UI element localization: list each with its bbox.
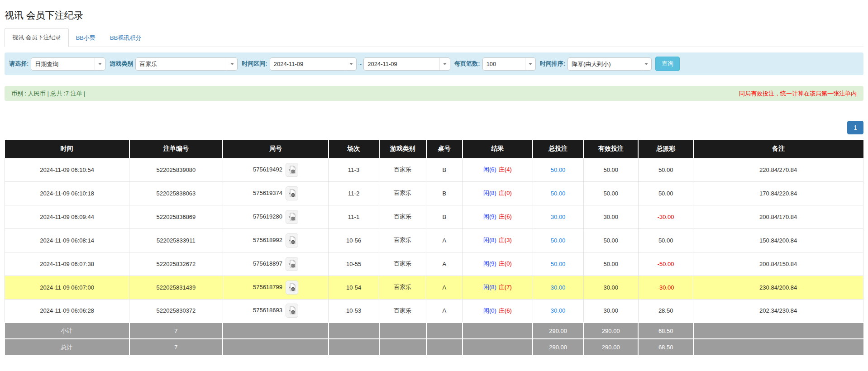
total-bet-link[interactable]: 30.00: [551, 284, 566, 291]
video-file-icon: [288, 213, 296, 221]
cell-payout: 28.50: [638, 299, 693, 323]
video-replay-button[interactable]: [286, 233, 298, 247]
cell-valid-bet: 30.00: [583, 205, 638, 228]
col-header-remark: 备注: [693, 140, 863, 158]
cell-total-bet: 50.00: [533, 181, 583, 205]
footer-cell-round-id: [223, 339, 328, 355]
query-type-select[interactable]: 日期查询: [31, 57, 105, 71]
result-player: 闲(8): [483, 190, 496, 196]
total-bet-link[interactable]: 30.00: [551, 214, 566, 220]
round-id-text: 575619374: [253, 189, 282, 196]
game-type-select[interactable]: 百家乐: [135, 57, 238, 71]
result-player: 闲(9): [483, 260, 496, 267]
footer-cell-payout: 68.50: [638, 339, 693, 355]
cell-session: 10-53: [329, 299, 379, 323]
query-type-value: 日期查询: [31, 58, 95, 70]
cell-result: 闲(0)庄(6): [463, 299, 533, 323]
cell-session: 11-2: [329, 181, 379, 205]
date-to-picker[interactable]: 2024-11-09: [363, 57, 450, 71]
footer-cell-bet-id: 7: [129, 323, 223, 339]
footer-cell-total-bet: 290.00: [533, 339, 583, 355]
footer-cell-remark: [693, 323, 863, 339]
table-header: 时间注单编号局号场次游戏类别桌号结果总投注有效投注总派彩备注: [5, 140, 863, 158]
query-type-label: 请选择:: [9, 60, 29, 68]
date-range-label: 时间区间:: [242, 60, 267, 68]
table-row: 2024-11-09 06:07:38522025832672575618897…: [5, 252, 863, 276]
cell-game-type: 百家乐: [379, 276, 426, 299]
cell-remark: 200.84/150.84: [693, 252, 863, 276]
total-bet-link[interactable]: 50.00: [551, 237, 566, 244]
cell-bet-id: 522025833911: [129, 228, 223, 252]
table-row: 2024-11-09 06:07:00522025831439575618799…: [5, 276, 863, 299]
total-bet-link[interactable]: 30.00: [551, 307, 566, 314]
page-button-1[interactable]: 1: [847, 121, 863, 134]
cell-game-type: 百家乐: [379, 158, 426, 181]
search-button[interactable]: 查询: [655, 57, 680, 71]
table-header-row: 时间注单编号局号场次游戏类别桌号结果总投注有效投注总派彩备注: [5, 140, 863, 158]
page-size-select[interactable]: 100: [482, 57, 536, 71]
tab-member-bet-records[interactable]: 视讯 会员下注纪录: [5, 28, 69, 47]
footer-row: 总计7290.00290.0068.50: [5, 339, 863, 355]
col-header-payout: 总派彩: [638, 140, 693, 158]
sort-order-value: 降幂(由大到小): [568, 58, 641, 70]
video-replay-button[interactable]: [286, 304, 298, 318]
tab-bb-video-points[interactable]: BB视讯积分: [103, 29, 148, 47]
footer-cell-game-type: [379, 323, 426, 339]
footer-cell-session: [329, 339, 379, 355]
total-bet-link[interactable]: 50.00: [551, 190, 566, 197]
cell-payout: 50.00: [638, 181, 693, 205]
page-size-value: 100: [483, 58, 525, 70]
cell-total-bet: 50.00: [533, 252, 583, 276]
col-header-total-bet: 总投注: [533, 140, 583, 158]
cell-result: 闲(9)庄(0): [463, 252, 533, 276]
cell-time: 2024-11-09 06:07:38: [5, 252, 129, 276]
round-id-text: 575618897: [253, 260, 282, 266]
cell-round-id: 575618693: [223, 299, 328, 323]
video-replay-button[interactable]: [286, 257, 298, 271]
cell-payout: -50.00: [638, 252, 693, 276]
game-type-value: 百家乐: [136, 58, 227, 70]
video-replay-button[interactable]: [286, 186, 298, 200]
caret-down-icon: [95, 58, 105, 70]
result-player: 闲(8): [483, 284, 496, 290]
table-row: 2024-11-09 06:10:18522025838063575619374…: [5, 181, 863, 205]
date-from-picker[interactable]: 2024-11-09: [270, 57, 357, 71]
result-banker: 庄(6): [499, 213, 512, 220]
cell-time: 2024-11-09 06:07:00: [5, 276, 129, 299]
caret-down-icon: [525, 58, 535, 70]
video-replay-button[interactable]: [286, 210, 298, 224]
cell-remark: 150.84/200.84: [693, 228, 863, 252]
footer-cell-payout: 68.50: [638, 323, 693, 339]
result-banker: 庄(0): [499, 190, 512, 196]
cell-total-bet: 50.00: [533, 228, 583, 252]
result-player: 闲(6): [483, 166, 496, 173]
footer-cell-time: 小计: [5, 323, 129, 339]
cell-round-id: 575619280: [223, 205, 328, 228]
pagination: 1: [5, 121, 863, 134]
video-replay-button[interactable]: [286, 163, 298, 177]
cell-payout: -30.00: [638, 205, 693, 228]
cell-table-no: A: [426, 299, 463, 323]
col-header-game-type: 游戏类别: [379, 140, 426, 158]
cell-result: 闲(8)庄(0): [463, 181, 533, 205]
round-id-text: 575619492: [253, 166, 282, 172]
filter-bar: 请选择: 日期查询 游戏类别 百家乐 时间区间: 2024-11-09 ~ 20…: [5, 52, 863, 75]
cell-valid-bet: 30.00: [583, 276, 638, 299]
footer-cell-remark: [693, 339, 863, 355]
total-bet-link[interactable]: 50.00: [551, 261, 566, 267]
result-banker: 庄(7): [499, 284, 512, 290]
footer-cell-bet-id: 7: [129, 339, 223, 355]
sort-order-select[interactable]: 降幂(由大到小): [568, 57, 652, 71]
video-replay-button[interactable]: [286, 281, 298, 295]
result-player: 闲(9): [483, 213, 496, 220]
page-size-label: 每页笔数:: [454, 60, 480, 68]
footer-row: 小计7290.00290.0068.50: [5, 323, 863, 339]
tab-bb-tip[interactable]: BB小费: [69, 29, 103, 47]
col-header-valid-bet: 有效投注: [583, 140, 638, 158]
col-header-session: 场次: [329, 140, 379, 158]
total-bet-link[interactable]: 50.00: [551, 166, 566, 173]
video-file-icon: [288, 306, 296, 315]
result-player: 闲(8): [483, 237, 496, 243]
game-type-label: 游戏类别: [110, 60, 133, 68]
cell-valid-bet: 50.00: [583, 252, 638, 276]
